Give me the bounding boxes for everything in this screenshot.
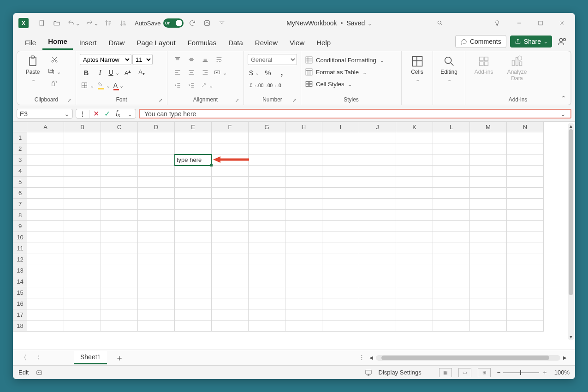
collapse-ribbon-icon[interactable]: ⌃: [561, 95, 566, 102]
column-header-G[interactable]: G: [249, 122, 285, 132]
analyze-data-button[interactable]: Analyze Data: [502, 53, 532, 83]
cell-K2[interactable]: [396, 143, 433, 154]
autosave-toggle[interactable]: On: [163, 18, 184, 28]
cell-D5[interactable]: [138, 177, 175, 188]
increase-indent-button[interactable]: [185, 80, 198, 91]
cell-C18[interactable]: [101, 321, 138, 332]
cell-L7[interactable]: [433, 199, 470, 210]
cell-K1[interactable]: [396, 132, 433, 143]
cell-E18[interactable]: [175, 321, 212, 332]
minimize-button[interactable]: [510, 16, 529, 30]
cell-G11[interactable]: [249, 243, 285, 254]
cell-F1[interactable]: [212, 132, 249, 143]
align-left-button[interactable]: [171, 67, 184, 78]
tab-page-layout[interactable]: Page Layout: [131, 36, 181, 50]
cell-J16[interactable]: [359, 298, 396, 309]
editing-button[interactable]: Editing: [437, 53, 461, 84]
formula-bar[interactable]: You can type here ⌄: [139, 109, 571, 119]
cell-K16[interactable]: [396, 298, 433, 309]
cell-G5[interactable]: [249, 177, 285, 188]
share-button[interactable]: Share ⌄: [510, 36, 552, 48]
cell-J6[interactable]: [359, 188, 396, 199]
cell-A13[interactable]: [27, 265, 64, 276]
decrease-decimal-button[interactable]: .00→.0: [265, 80, 282, 91]
number-launcher[interactable]: ⤢: [292, 98, 296, 103]
cell-M3[interactable]: [470, 154, 507, 166]
column-header-I[interactable]: I: [322, 122, 359, 132]
cell-L10[interactable]: [433, 232, 470, 243]
cell-E14[interactable]: [175, 276, 212, 287]
open-file-icon[interactable]: [51, 17, 63, 30]
cell-E12[interactable]: [175, 254, 212, 265]
cell-N11[interactable]: [507, 243, 544, 254]
cell-N1[interactable]: [507, 132, 544, 143]
column-header-B[interactable]: B: [64, 122, 101, 132]
cell-E11[interactable]: [175, 243, 212, 254]
tab-help[interactable]: Help: [311, 36, 336, 50]
cell-E15[interactable]: [175, 287, 212, 298]
cell-F14[interactable]: [212, 276, 249, 287]
cell-F15[interactable]: [212, 287, 249, 298]
cell-E1[interactable]: [175, 132, 212, 143]
cell-C13[interactable]: [101, 265, 138, 276]
cell-G9[interactable]: [249, 221, 285, 232]
cell-H13[interactable]: [285, 265, 322, 276]
cell-N16[interactable]: [507, 298, 544, 309]
column-header-L[interactable]: L: [433, 122, 470, 132]
scroll-right-icon[interactable]: ▶: [563, 355, 567, 360]
cell-L9[interactable]: [433, 221, 470, 232]
cell-J17[interactable]: [359, 309, 396, 321]
cell-H15[interactable]: [285, 287, 322, 298]
cell-M13[interactable]: [470, 265, 507, 276]
cell-K4[interactable]: [396, 166, 433, 177]
italic-button[interactable]: I: [94, 67, 107, 78]
align-top-button[interactable]: [171, 54, 184, 65]
display-settings-icon[interactable]: [365, 369, 372, 376]
cell-F4[interactable]: [212, 166, 249, 177]
cell-B12[interactable]: [64, 254, 101, 265]
tab-formulas[interactable]: Formulas: [182, 36, 222, 50]
undo-button[interactable]: [65, 17, 81, 30]
cell-F2[interactable]: [212, 143, 249, 154]
cell-G7[interactable]: [249, 199, 285, 210]
cell-J11[interactable]: [359, 243, 396, 254]
cell-F17[interactable]: [212, 309, 249, 321]
cell-J8[interactable]: [359, 210, 396, 221]
tab-data[interactable]: Data: [223, 36, 249, 50]
cell-D18[interactable]: [138, 321, 175, 332]
cell-B8[interactable]: [64, 210, 101, 221]
cell-K9[interactable]: [396, 221, 433, 232]
cell-C17[interactable]: [101, 309, 138, 321]
zoom-slider[interactable]: − ＋: [497, 368, 548, 377]
insert-function-button[interactable]: fx: [113, 109, 123, 118]
cell-G14[interactable]: [249, 276, 285, 287]
cell-K18[interactable]: [396, 321, 433, 332]
wrap-text-button[interactable]: [213, 54, 226, 65]
normal-view-button[interactable]: ▦: [439, 368, 452, 377]
cell-D17[interactable]: [138, 309, 175, 321]
increase-decimal-button[interactable]: .0→.00: [248, 80, 264, 91]
row-header-2[interactable]: 2: [13, 143, 27, 154]
cell-I16[interactable]: [322, 298, 359, 309]
cell-A1[interactable]: [27, 132, 64, 143]
cell-E7[interactable]: [175, 199, 212, 210]
cell-H8[interactable]: [285, 210, 322, 221]
cell-N18[interactable]: [507, 321, 544, 332]
cell-B14[interactable]: [64, 276, 101, 287]
cell-C7[interactable]: [101, 199, 138, 210]
cell-C8[interactable]: [101, 210, 138, 221]
cell-A6[interactable]: [27, 188, 64, 199]
page-layout-view-button[interactable]: ▭: [458, 368, 471, 377]
cell-D6[interactable]: [138, 188, 175, 199]
display-settings-label[interactable]: Display Settings: [379, 369, 422, 376]
cell-I12[interactable]: [322, 254, 359, 265]
cell-N5[interactable]: [507, 177, 544, 188]
cell-J4[interactable]: [359, 166, 396, 177]
cell-G16[interactable]: [249, 298, 285, 309]
cell-K11[interactable]: [396, 243, 433, 254]
cell-N9[interactable]: [507, 221, 544, 232]
increase-font-button[interactable]: A▴: [121, 67, 134, 78]
row-header-1[interactable]: 1: [13, 132, 27, 143]
cell-J3[interactable]: [359, 154, 396, 166]
cell-G1[interactable]: [249, 132, 285, 143]
